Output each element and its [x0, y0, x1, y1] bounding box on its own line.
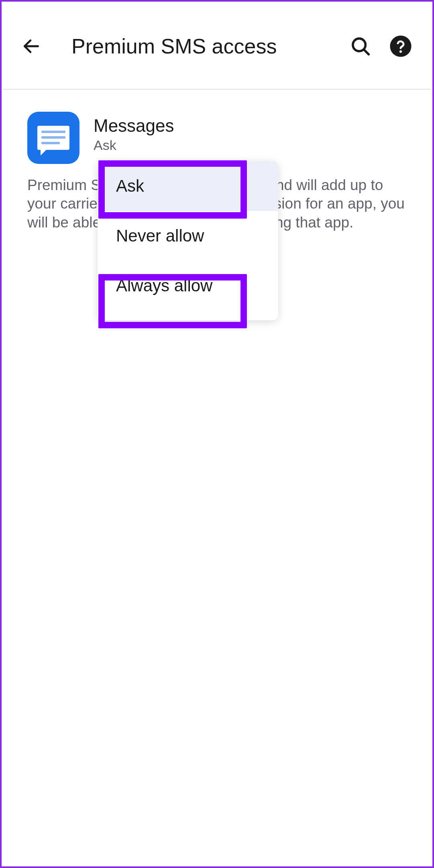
dropdown-option-never-allow[interactable]: Never allow	[98, 211, 278, 261]
svg-point-4	[399, 50, 402, 53]
permission-dropdown: Ask Never allow Always allow	[98, 161, 278, 320]
search-icon	[350, 35, 371, 57]
help-icon	[389, 35, 412, 58]
help-button[interactable]	[387, 32, 415, 60]
back-button[interactable]	[19, 34, 43, 58]
svg-point-3	[390, 35, 411, 57]
screen: Premium SMS access	[3, 3, 431, 865]
appbar: Premium SMS access	[3, 3, 431, 90]
page-title: Premium SMS access	[71, 34, 334, 58]
app-name-label: Messages	[94, 116, 174, 136]
app-row-messages[interactable]: Messages Ask	[27, 112, 407, 164]
app-status-label: Ask	[94, 137, 174, 153]
app-text: Messages Ask	[94, 112, 174, 153]
dropdown-option-ask[interactable]: Ask	[98, 161, 278, 211]
arrow-back-icon	[21, 36, 41, 56]
svg-line-2	[364, 49, 369, 54]
messages-app-icon	[27, 112, 79, 164]
dropdown-option-always-allow[interactable]: Always allow	[98, 261, 278, 311]
search-button[interactable]	[346, 32, 375, 60]
